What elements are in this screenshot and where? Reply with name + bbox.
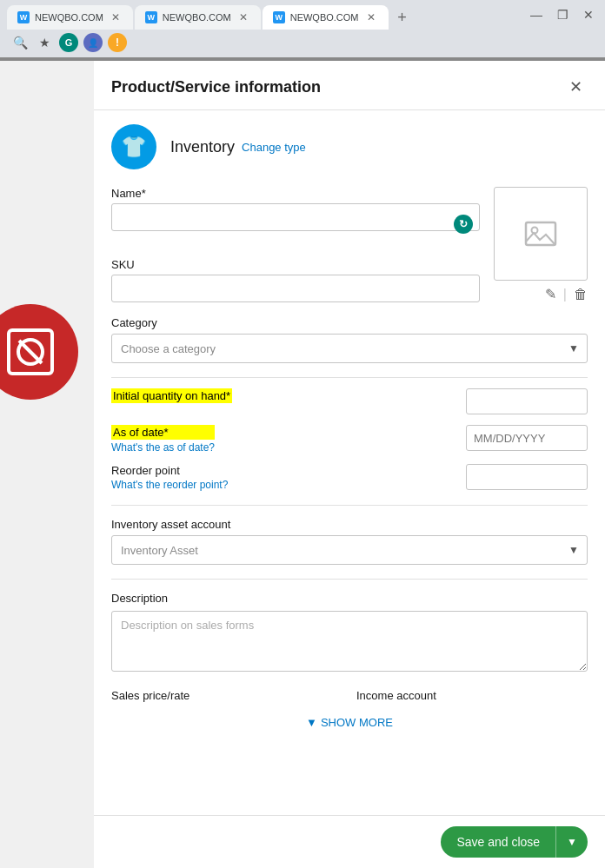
modal-footer: Save and close ▼: [94, 815, 605, 868]
tab-close-1[interactable]: ✕: [109, 10, 123, 24]
save-close-label: Save and close: [441, 826, 555, 858]
tab-title-3: NEWQBO.COM: [290, 12, 359, 23]
divider-1: [111, 377, 588, 378]
show-more-label: SHOW MORE: [321, 716, 393, 729]
as-of-date-input[interactable]: [466, 425, 588, 451]
reorder-point-input[interactable]: [466, 464, 588, 490]
description-section: Description: [111, 590, 588, 675]
sales-price-col: Sales price/rate: [111, 689, 342, 702]
edit-image-button[interactable]: ✎: [545, 286, 556, 302]
extension-icon-green[interactable]: G: [59, 33, 78, 52]
modal-close-button[interactable]: ✕: [563, 75, 588, 99]
modal-title: Product/Service information: [111, 78, 321, 96]
image-action-divider: |: [563, 287, 567, 302]
change-type-link[interactable]: Change type: [242, 141, 306, 154]
close-window-button[interactable]: ✕: [579, 5, 598, 24]
profile-icon[interactable]: 👤: [83, 33, 103, 52]
asset-account-section: Inventory asset account Inventory Asset …: [111, 516, 588, 565]
tab-3[interactable]: W NEWQBO.COM ✕: [263, 5, 389, 30]
warning-icon[interactable]: !: [108, 33, 127, 52]
tab-title-2: NEWQBO.COM: [163, 12, 231, 23]
initial-qty-input[interactable]: [466, 388, 588, 414]
background-sidebar: [0, 61, 94, 868]
initial-qty-label-group: Initial quantity on hand*: [111, 388, 232, 403]
asset-account-select-wrapper: Inventory Asset ▼: [111, 535, 588, 565]
refresh-icon[interactable]: ↻: [454, 215, 473, 234]
product-type-label: Inventory: [170, 138, 235, 156]
tab-favicon-3: W: [273, 11, 285, 23]
as-of-date-link[interactable]: What's the as of date?: [111, 441, 215, 454]
background-decoration: [0, 304, 78, 400]
name-input[interactable]: [111, 203, 480, 231]
svg-rect-3: [526, 222, 555, 245]
product-service-modal: Product/Service information ✕ 👕 Inventor…: [94, 61, 605, 868]
income-account-col: Income account: [356, 689, 588, 702]
initial-qty-label: Initial quantity on hand*: [111, 388, 232, 403]
name-image-row: Name* ↻ SKU: [111, 187, 588, 302]
bookmark-icon[interactable]: ★: [35, 33, 54, 52]
tab-2[interactable]: W NEWQBO.COM ✕: [135, 5, 261, 30]
svg-point-4: [532, 228, 538, 234]
product-icon-emoji: 👕: [121, 135, 147, 159]
sku-input[interactable]: [111, 275, 480, 302]
show-more-button[interactable]: ▼ SHOW MORE: [111, 709, 588, 736]
description-textarea[interactable]: [111, 611, 588, 672]
new-tab-button[interactable]: +: [390, 5, 415, 30]
initial-qty-row: Initial quantity on hand*: [111, 388, 588, 414]
tab-1[interactable]: W NEWQBO.COM ✕: [7, 5, 133, 30]
image-section: ✎ | 🗑: [494, 187, 588, 302]
name-label: Name*: [111, 187, 480, 200]
image-action-bar: ✎ | 🗑: [494, 286, 588, 302]
sales-income-row: Sales price/rate Income account: [111, 689, 588, 702]
sales-price-label: Sales price/rate: [111, 689, 342, 702]
reorder-point-label: Reorder point: [111, 464, 228, 477]
category-select[interactable]: Choose a category: [111, 334, 588, 363]
description-label: Description: [111, 592, 168, 605]
modal-header: Product/Service information ✕: [94, 61, 605, 110]
image-upload-icon: [522, 215, 559, 252]
tab-favicon-2: W: [145, 11, 157, 23]
reorder-point-label-group: Reorder point What's the reorder point?: [111, 464, 228, 491]
category-section: Category Choose a category ▼: [111, 315, 588, 363]
image-placeholder: [494, 187, 588, 281]
show-more-chevron: ▼: [306, 716, 317, 729]
product-type-row: 👕 Inventory Change type: [111, 124, 588, 169]
inventory-highlighted-section: Initial quantity on hand* As of date* Wh…: [111, 388, 588, 491]
delete-image-button[interactable]: 🗑: [574, 287, 588, 302]
income-account-label: Income account: [356, 689, 588, 702]
as-of-date-label: As of date*: [111, 425, 215, 440]
tab-title-1: NEWQBO.COM: [35, 12, 103, 23]
tab-close-2[interactable]: ✕: [236, 10, 250, 24]
reorder-point-row: Reorder point What's the reorder point?: [111, 464, 588, 491]
product-icon: 👕: [111, 124, 156, 169]
category-select-wrapper: Choose a category ▼: [111, 334, 588, 363]
as-of-date-row: As of date* What's the as of date?: [111, 425, 588, 454]
sku-label: SKU: [111, 258, 480, 271]
minimize-button[interactable]: —: [527, 5, 546, 24]
asset-account-select[interactable]: Inventory Asset: [111, 535, 588, 565]
reorder-point-link[interactable]: What's the reorder point?: [111, 479, 228, 491]
maximize-button[interactable]: ❐: [553, 5, 572, 24]
divider-2: [111, 505, 588, 506]
save-close-button[interactable]: Save and close ▼: [441, 826, 588, 858]
product-type-info: Inventory Change type: [170, 138, 306, 156]
name-field-group: Name* ↻ SKU: [111, 187, 480, 302]
divider-3: [111, 579, 588, 580]
save-close-dropdown-arrow[interactable]: ▼: [556, 827, 588, 857]
tab-close-3[interactable]: ✕: [364, 10, 378, 24]
category-label: Category: [111, 316, 157, 329]
as-of-date-label-group: As of date* What's the as of date?: [111, 425, 215, 454]
asset-account-label: Inventory asset account: [111, 518, 230, 531]
tab-favicon-1: W: [17, 11, 30, 23]
name-input-wrapper: ↻: [111, 203, 480, 244]
modal-body: 👕 Inventory Change type Name* ↻ SKU: [94, 110, 605, 815]
search-icon[interactable]: 🔍: [10, 33, 30, 52]
